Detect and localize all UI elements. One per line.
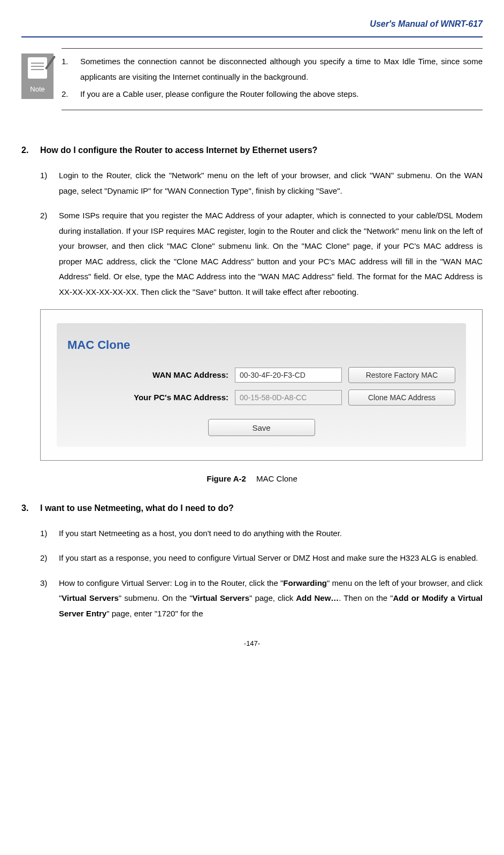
note-icon: Note xyxy=(21,54,54,99)
header-title: User's Manual of WNRT-617 xyxy=(21,16,483,32)
save-row: Save xyxy=(67,419,455,436)
note-text: If you are a Cable user, please configur… xyxy=(80,87,483,102)
save-button[interactable]: Save xyxy=(208,419,315,436)
restore-factory-mac-button[interactable]: Restore Factory MAC xyxy=(348,367,455,383)
answer-item: 2) If you start as a response, you need … xyxy=(40,551,483,566)
note-text: Sometimes the connection cannot be disco… xyxy=(80,54,483,85)
answer-item: 2) Some ISPs require that you register t… xyxy=(40,208,483,300)
answer-number: 3) xyxy=(40,576,59,622)
header-rule xyxy=(21,36,483,37)
wan-mac-label: WAN MAC Address: xyxy=(67,368,228,383)
note-number: 1. xyxy=(62,54,80,85)
answer-text: If you start Netmeeting as a host, you d… xyxy=(59,526,483,541)
question-title: How do I configure the Router to access … xyxy=(40,142,317,158)
answer-list-q2: 1) Login to the Router, click the "Netwo… xyxy=(21,168,483,300)
answer-number: 2) xyxy=(40,551,59,566)
question-number: 3. xyxy=(21,500,40,516)
figure-caption-text: MAC Clone xyxy=(256,474,297,483)
figure-caption: Figure A-2 MAC Clone xyxy=(21,471,483,487)
answer-number: 2) xyxy=(40,208,59,300)
note-icon-label: Note xyxy=(30,83,44,96)
answer-text: Some ISPs require that you register the … xyxy=(59,208,483,300)
figure-container: MAC Clone WAN MAC Address: Restore Facto… xyxy=(40,309,483,461)
figure-panel-title: MAC Clone xyxy=(67,334,455,356)
note-section: Note 1. Sometimes the connection cannot … xyxy=(21,48,483,110)
answer-item: 1) Login to the Router, click the "Netwo… xyxy=(40,168,483,199)
note-content: 1. Sometimes the connection cannot be di… xyxy=(62,48,483,110)
page-number: -147- xyxy=(21,637,483,651)
notepad-icon xyxy=(28,57,47,79)
answer-number: 1) xyxy=(40,168,59,199)
answer-number: 1) xyxy=(40,526,59,541)
note-item: 2. If you are a Cable user, please confi… xyxy=(62,87,483,102)
answer-list-q3: 1) If you start Netmeeting as a host, yo… xyxy=(21,526,483,622)
question-number: 2. xyxy=(21,142,40,158)
note-item: 1. Sometimes the connection cannot be di… xyxy=(62,54,483,85)
wan-mac-input[interactable] xyxy=(235,368,342,383)
note-number: 2. xyxy=(62,87,80,102)
answer-text: Login to the Router, click the "Network"… xyxy=(59,168,483,199)
question-3: 3. I want to use Netmeeting, what do I n… xyxy=(21,500,483,516)
answer-item: 3) How to configure Virtual Server: Log … xyxy=(40,576,483,622)
figure-caption-label: Figure A-2 xyxy=(207,474,246,483)
answer-text: If you start as a response, you need to … xyxy=(59,551,483,566)
figure-row-wan-mac: WAN MAC Address: Restore Factory MAC xyxy=(67,367,455,383)
figure-row-pc-mac: Your PC's MAC Address: Clone MAC Address xyxy=(67,390,455,406)
question-title: I want to use Netmeeting, what do I need… xyxy=(40,500,234,516)
question-2: 2. How do I configure the Router to acce… xyxy=(21,142,483,158)
pc-mac-label: Your PC's MAC Address: xyxy=(67,390,228,406)
answer-text: How to configure Virtual Server: Log in … xyxy=(59,576,483,622)
pc-mac-input xyxy=(235,390,342,405)
answer-item: 1) If you start Netmeeting as a host, yo… xyxy=(40,526,483,541)
figure-panel: MAC Clone WAN MAC Address: Restore Facto… xyxy=(57,323,466,447)
clone-mac-address-button[interactable]: Clone MAC Address xyxy=(348,390,455,406)
